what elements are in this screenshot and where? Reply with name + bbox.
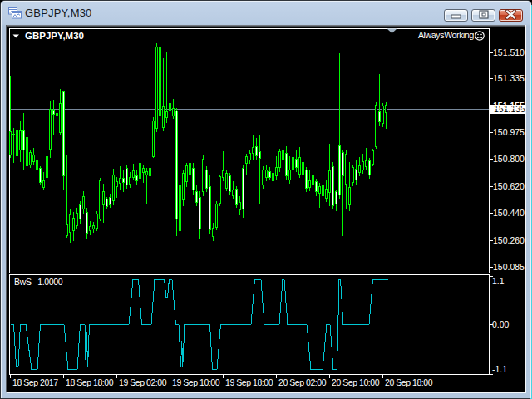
svg-text:BwS 1.0000: BwS 1.0000 [14,277,63,287]
svg-text:GBPJPY,M30: GBPJPY,M30 [25,31,84,41]
svg-text:150.260: 150.260 [493,235,525,245]
svg-text:151.335: 151.335 [493,73,525,83]
svg-text:20 Sep 10:00: 20 Sep 10:00 [332,377,380,387]
svg-text:-1.1: -1.1 [492,364,507,374]
svg-text:1.1: 1.1 [492,276,505,286]
svg-text:150.085: 150.085 [493,262,525,272]
svg-text:150.975: 150.975 [493,127,525,137]
svg-text:150.800: 150.800 [493,154,525,164]
svg-text:20 Sep 18:00: 20 Sep 18:00 [385,377,433,387]
svg-text:0.00: 0.00 [492,319,510,329]
svg-text:150.620: 150.620 [493,181,525,191]
svg-text:19 Sep 10:00: 19 Sep 10:00 [172,377,220,387]
svg-text:20 Sep 02:00: 20 Sep 02:00 [278,377,327,387]
svg-text:19 Sep 02:00: 19 Sep 02:00 [119,377,167,387]
svg-text:18 Sep 2017: 18 Sep 2017 [12,377,58,387]
svg-text:151.510: 151.510 [493,47,525,57]
svg-text:151.155: 151.155 [493,101,525,111]
svg-text:19 Sep 18:00: 19 Sep 18:00 [225,377,273,387]
svg-text:AlwaysWorking: AlwaysWorking [418,30,475,40]
svg-text:150.440: 150.440 [493,208,525,218]
svg-text:18 Sep 18:00: 18 Sep 18:00 [66,377,114,387]
